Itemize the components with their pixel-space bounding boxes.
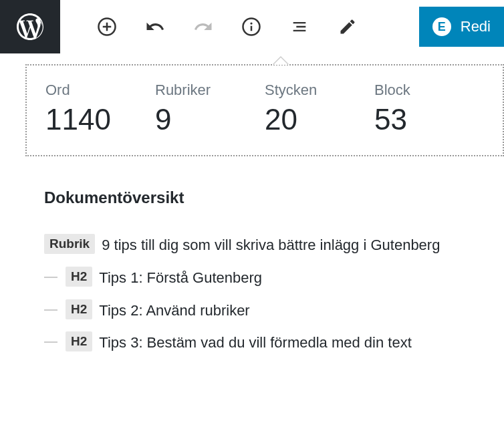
undo-icon xyxy=(145,17,165,37)
document-info-popover: Ord 1140 Rubriker 9 Stycken 20 Block 53 … xyxy=(25,64,504,364)
outline-badge: H2 xyxy=(66,267,92,287)
outline-item-title[interactable]: Rubrik 9 tips till dig som vill skriva b… xyxy=(44,234,485,256)
stat-label: Block xyxy=(374,82,484,99)
popover-arrow xyxy=(273,56,289,64)
edit-button-label: Redi xyxy=(461,18,491,35)
stat-paragraphs: Stycken 20 xyxy=(265,82,374,136)
outline-title: Dokumentöversikt xyxy=(44,188,485,207)
stat-label: Rubriker xyxy=(155,82,265,99)
outline-badge: H2 xyxy=(66,299,92,319)
outline-indent-line xyxy=(44,277,57,278)
outline-badge: Rubrik xyxy=(44,234,95,254)
stat-value: 20 xyxy=(265,103,374,136)
document-outline: Dokumentöversikt Rubrik 9 tips till dig … xyxy=(25,156,504,353)
outline-item-h2[interactable]: H2 Tips 3: Bestäm vad du vill förmedla m… xyxy=(44,331,485,353)
undo-button[interactable] xyxy=(143,15,167,39)
stat-headings: Rubriker 9 xyxy=(155,82,265,136)
elementor-badge-icon: E xyxy=(432,17,451,36)
outline-item-h2[interactable]: H2 Tips 2: Använd rubriker xyxy=(44,299,485,321)
outline-indent-line xyxy=(44,341,57,343)
redo-icon xyxy=(193,17,213,37)
outline-indent-line xyxy=(44,309,57,311)
outline-item-text: 9 tips till dig som vill skriva bättre i… xyxy=(102,234,440,256)
stats-row: Ord 1140 Rubriker 9 Stycken 20 Block 53 xyxy=(25,64,504,156)
pencil-icon xyxy=(338,17,357,36)
info-button[interactable] xyxy=(239,15,263,39)
edit-pencil-button[interactable] xyxy=(336,15,360,39)
stat-words: Ord 1140 xyxy=(45,82,155,136)
edit-with-elementor-button[interactable]: E Redi xyxy=(419,7,504,47)
outline-badge: H2 xyxy=(66,331,92,351)
outline-item-text: Tips 2: Använd rubriker xyxy=(99,299,249,321)
list-icon xyxy=(290,17,309,36)
wordpress-logo[interactable] xyxy=(0,0,60,53)
add-block-button[interactable] xyxy=(95,15,119,39)
redo-button xyxy=(191,15,215,39)
stat-value: 53 xyxy=(374,103,484,136)
toolbar-button-group: E Redi xyxy=(60,7,504,47)
wordpress-icon xyxy=(14,11,46,43)
editor-toolbar: E Redi xyxy=(0,0,504,53)
info-icon xyxy=(241,17,261,37)
stat-value: 1140 xyxy=(45,103,155,136)
outline-item-h2[interactable]: H2 Tips 1: Förstå Gutenberg xyxy=(44,267,485,289)
svg-point-2 xyxy=(250,22,252,24)
outline-button[interactable] xyxy=(287,15,311,39)
plus-circle-icon xyxy=(97,17,117,37)
stat-label: Stycken xyxy=(265,82,374,99)
stat-label: Ord xyxy=(45,82,155,99)
outline-item-text: Tips 3: Bestäm vad du vill förmedla med … xyxy=(99,331,412,353)
stat-value: 9 xyxy=(155,103,265,136)
stat-blocks: Block 53 xyxy=(374,82,484,136)
outline-item-text: Tips 1: Förstå Gutenberg xyxy=(99,267,262,289)
